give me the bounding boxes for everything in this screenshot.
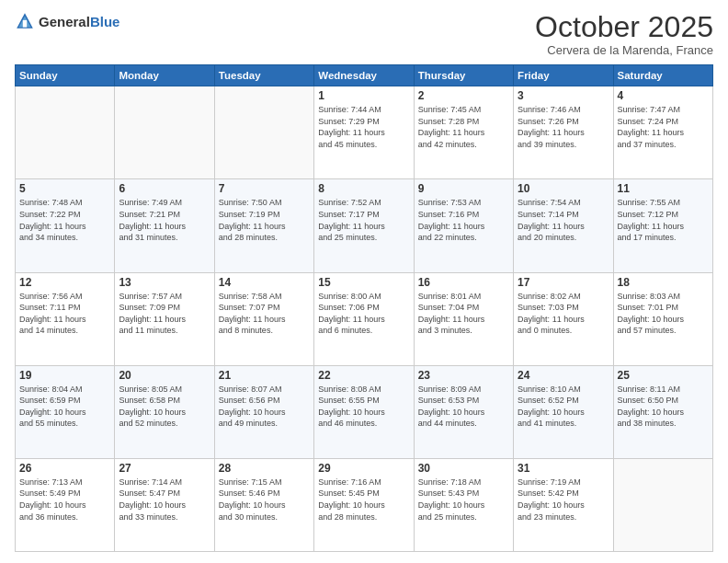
calendar-week-3: 19Sunrise: 8:04 AM Sunset: 6:59 PM Dayli…: [16, 365, 713, 458]
calendar-cell: [16, 86, 115, 179]
day-info: Sunrise: 8:02 AM Sunset: 7:03 PM Dayligh…: [518, 291, 609, 337]
day-info: Sunrise: 7:44 AM Sunset: 7:29 PM Dayligh…: [318, 104, 409, 150]
calendar-cell: 29Sunrise: 7:16 AM Sunset: 5:45 PM Dayli…: [314, 458, 414, 551]
day-info: Sunrise: 7:52 AM Sunset: 7:17 PM Dayligh…: [318, 197, 409, 243]
day-number: 17: [518, 276, 609, 289]
day-number: 21: [219, 369, 310, 382]
calendar-cell: 15Sunrise: 8:00 AM Sunset: 7:06 PM Dayli…: [314, 272, 414, 365]
calendar-cell: 1Sunrise: 7:44 AM Sunset: 7:29 PM Daylig…: [314, 86, 414, 179]
day-number: 25: [618, 369, 709, 382]
calendar-cell: 19Sunrise: 8:04 AM Sunset: 6:59 PM Dayli…: [16, 365, 115, 458]
col-friday: Friday: [514, 65, 613, 86]
day-info: Sunrise: 7:45 AM Sunset: 7:28 PM Dayligh…: [418, 104, 509, 150]
col-tuesday: Tuesday: [214, 65, 313, 86]
day-number: 7: [219, 182, 310, 195]
logo-general-text: General: [39, 15, 90, 29]
day-info: Sunrise: 7:16 AM Sunset: 5:45 PM Dayligh…: [318, 477, 409, 523]
title-block: October 2025 Cervera de la Marenda, Fran…: [535, 11, 713, 57]
calendar-cell: 16Sunrise: 8:01 AM Sunset: 7:04 PM Dayli…: [414, 272, 513, 365]
day-info: Sunrise: 7:53 AM Sunset: 7:16 PM Dayligh…: [418, 197, 509, 243]
day-number: 12: [19, 276, 110, 289]
day-info: Sunrise: 7:50 AM Sunset: 7:19 PM Dayligh…: [219, 197, 310, 243]
calendar-cell: 2Sunrise: 7:45 AM Sunset: 7:28 PM Daylig…: [414, 86, 513, 179]
day-info: Sunrise: 7:14 AM Sunset: 5:47 PM Dayligh…: [119, 477, 210, 523]
day-number: 18: [618, 276, 709, 289]
col-saturday: Saturday: [613, 65, 712, 86]
calendar-cell: 7Sunrise: 7:50 AM Sunset: 7:19 PM Daylig…: [214, 179, 313, 272]
col-wednesday: Wednesday: [314, 65, 414, 86]
page: General Blue October 2025 Cervera de la …: [0, 0, 728, 563]
calendar-cell: 30Sunrise: 7:18 AM Sunset: 5:43 PM Dayli…: [414, 458, 513, 551]
day-number: 11: [618, 182, 709, 195]
day-number: 26: [19, 462, 110, 475]
day-number: 19: [19, 369, 110, 382]
calendar-cell: 28Sunrise: 7:15 AM Sunset: 5:46 PM Dayli…: [214, 458, 313, 551]
day-number: 27: [119, 462, 210, 475]
calendar-cell: 8Sunrise: 7:52 AM Sunset: 7:17 PM Daylig…: [314, 179, 414, 272]
calendar-cell: 21Sunrise: 8:07 AM Sunset: 6:56 PM Dayli…: [214, 365, 313, 458]
day-number: 8: [318, 182, 409, 195]
day-info: Sunrise: 7:57 AM Sunset: 7:09 PM Dayligh…: [119, 291, 210, 337]
day-info: Sunrise: 7:19 AM Sunset: 5:42 PM Dayligh…: [518, 477, 609, 523]
calendar-cell: 9Sunrise: 7:53 AM Sunset: 7:16 PM Daylig…: [414, 179, 513, 272]
day-info: Sunrise: 7:47 AM Sunset: 7:24 PM Dayligh…: [618, 104, 709, 150]
calendar-week-1: 5Sunrise: 7:48 AM Sunset: 7:22 PM Daylig…: [16, 179, 713, 272]
calendar-cell: 3Sunrise: 7:46 AM Sunset: 7:26 PM Daylig…: [514, 86, 613, 179]
calendar-table: Sunday Monday Tuesday Wednesday Thursday…: [15, 64, 713, 552]
col-thursday: Thursday: [414, 65, 513, 86]
day-info: Sunrise: 7:49 AM Sunset: 7:21 PM Dayligh…: [119, 197, 210, 243]
calendar-cell: 25Sunrise: 8:11 AM Sunset: 6:50 PM Dayli…: [613, 365, 712, 458]
day-number: 2: [418, 89, 509, 102]
day-number: 3: [518, 89, 609, 102]
calendar-week-0: 1Sunrise: 7:44 AM Sunset: 7:29 PM Daylig…: [16, 86, 713, 179]
logo-icon: [15, 11, 35, 31]
day-info: Sunrise: 8:11 AM Sunset: 6:50 PM Dayligh…: [618, 384, 709, 430]
calendar-cell: 23Sunrise: 8:09 AM Sunset: 6:53 PM Dayli…: [414, 365, 513, 458]
day-info: Sunrise: 8:07 AM Sunset: 6:56 PM Dayligh…: [219, 384, 310, 430]
calendar-cell: 26Sunrise: 7:13 AM Sunset: 5:49 PM Dayli…: [16, 458, 115, 551]
day-info: Sunrise: 7:58 AM Sunset: 7:07 PM Dayligh…: [219, 291, 310, 337]
calendar-cell: 20Sunrise: 8:05 AM Sunset: 6:58 PM Dayli…: [115, 365, 214, 458]
calendar-cell: 6Sunrise: 7:49 AM Sunset: 7:21 PM Daylig…: [115, 179, 214, 272]
day-info: Sunrise: 8:01 AM Sunset: 7:04 PM Dayligh…: [418, 291, 509, 337]
calendar-cell: 14Sunrise: 7:58 AM Sunset: 7:07 PM Dayli…: [214, 272, 313, 365]
calendar-cell: 5Sunrise: 7:48 AM Sunset: 7:22 PM Daylig…: [16, 179, 115, 272]
calendar-cell: [115, 86, 214, 179]
calendar-cell: 12Sunrise: 7:56 AM Sunset: 7:11 PM Dayli…: [16, 272, 115, 365]
col-sunday: Sunday: [16, 65, 115, 86]
day-number: 4: [618, 89, 709, 102]
day-info: Sunrise: 8:08 AM Sunset: 6:55 PM Dayligh…: [318, 384, 409, 430]
logo-blue-text: Blue: [90, 15, 120, 29]
day-number: 6: [119, 182, 210, 195]
day-number: 9: [418, 182, 509, 195]
calendar-week-4: 26Sunrise: 7:13 AM Sunset: 5:49 PM Dayli…: [16, 458, 713, 551]
day-number: 16: [418, 276, 509, 289]
day-info: Sunrise: 8:09 AM Sunset: 6:53 PM Dayligh…: [418, 384, 509, 430]
calendar-cell: [214, 86, 313, 179]
day-info: Sunrise: 8:03 AM Sunset: 7:01 PM Dayligh…: [618, 291, 709, 337]
day-number: 30: [418, 462, 509, 475]
day-info: Sunrise: 7:48 AM Sunset: 7:22 PM Dayligh…: [19, 197, 110, 243]
month-title: October 2025: [535, 11, 713, 43]
day-info: Sunrise: 7:55 AM Sunset: 7:12 PM Dayligh…: [618, 197, 709, 243]
day-info: Sunrise: 8:04 AM Sunset: 6:59 PM Dayligh…: [19, 384, 110, 430]
calendar-cell: 31Sunrise: 7:19 AM Sunset: 5:42 PM Dayli…: [514, 458, 613, 551]
calendar-cell: 18Sunrise: 8:03 AM Sunset: 7:01 PM Dayli…: [613, 272, 712, 365]
day-info: Sunrise: 7:18 AM Sunset: 5:43 PM Dayligh…: [418, 477, 509, 523]
calendar-header-row: Sunday Monday Tuesday Wednesday Thursday…: [16, 65, 713, 86]
day-info: Sunrise: 7:13 AM Sunset: 5:49 PM Dayligh…: [19, 477, 110, 523]
day-number: 15: [318, 276, 409, 289]
calendar-week-2: 12Sunrise: 7:56 AM Sunset: 7:11 PM Dayli…: [16, 272, 713, 365]
svg-rect-2: [23, 20, 27, 28]
calendar-cell: [613, 458, 712, 551]
logo: General Blue: [15, 11, 119, 31]
day-number: 20: [119, 369, 210, 382]
day-info: Sunrise: 7:56 AM Sunset: 7:11 PM Dayligh…: [19, 291, 110, 337]
day-info: Sunrise: 8:05 AM Sunset: 6:58 PM Dayligh…: [119, 384, 210, 430]
day-info: Sunrise: 8:10 AM Sunset: 6:52 PM Dayligh…: [518, 384, 609, 430]
day-number: 24: [518, 369, 609, 382]
day-info: Sunrise: 7:46 AM Sunset: 7:26 PM Dayligh…: [518, 104, 609, 150]
day-number: 1: [318, 89, 409, 102]
day-info: Sunrise: 7:15 AM Sunset: 5:46 PM Dayligh…: [219, 477, 310, 523]
day-info: Sunrise: 8:00 AM Sunset: 7:06 PM Dayligh…: [318, 291, 409, 337]
